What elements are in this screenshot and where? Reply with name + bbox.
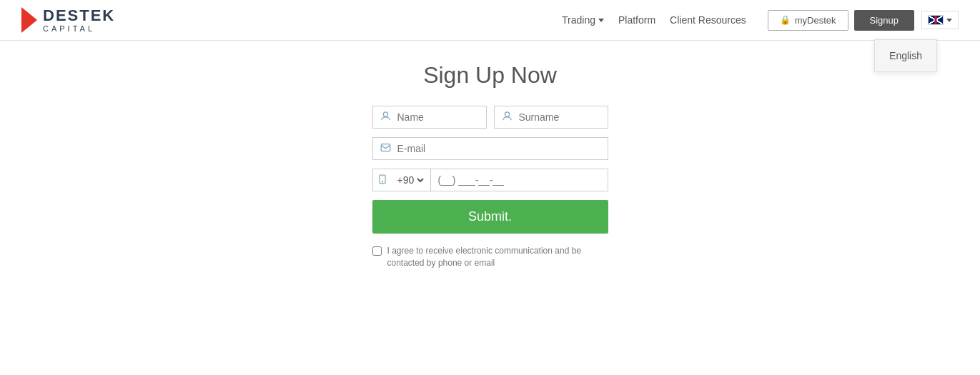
chevron-down-icon (598, 19, 604, 22)
phone-icon (377, 174, 389, 186)
name-input[interactable] (397, 111, 479, 123)
phone-row: +90 +1 +44 +49 (372, 169, 608, 191)
consent-checkbox[interactable] (372, 246, 382, 256)
svg-point-4 (382, 181, 382, 182)
consent-row: I agree to receive electronic communicat… (372, 245, 608, 269)
nav-right: Trading Platform Client Resources 🔒 myDe… (562, 10, 959, 31)
person-icon (380, 111, 392, 124)
svg-rect-2 (381, 144, 390, 151)
phone-number-input[interactable] (431, 169, 608, 191)
mydestek-button[interactable]: 🔒 myDestek (768, 10, 848, 31)
header: DESTEK CAPITAL Trading Platform Client R… (0, 0, 980, 41)
email-icon (380, 142, 392, 155)
lang-chevron-icon (946, 19, 952, 22)
email-input-wrapper (372, 137, 608, 160)
logo: DESTEK CAPITAL (21, 7, 115, 33)
name-surname-row (372, 106, 608, 129)
phone-country-wrapper: +90 +1 +44 +49 (373, 169, 431, 191)
submit-button[interactable]: Submit. (372, 200, 608, 234)
lock-icon: 🔒 (780, 15, 791, 25)
svg-point-0 (383, 112, 387, 116)
signup-form: +90 +1 +44 +49 Submit. I agree to receiv… (372, 106, 608, 269)
logo-company: DESTEK (43, 7, 115, 24)
person2-icon (502, 111, 513, 124)
svg-point-1 (505, 112, 509, 116)
language-button[interactable] (921, 11, 959, 29)
name-input-wrapper (372, 106, 487, 129)
language-dropdown: English (874, 39, 937, 72)
phone-country-select[interactable]: +90 +1 +44 +49 (395, 174, 426, 186)
logo-text: DESTEK CAPITAL (43, 7, 115, 33)
surname-input[interactable] (519, 111, 600, 123)
logo-arrow-icon (21, 7, 37, 33)
language-option-english[interactable]: English (889, 47, 922, 64)
page-title: Sign Up Now (423, 62, 557, 89)
signup-button[interactable]: Signup (854, 10, 914, 31)
email-input[interactable] (397, 143, 600, 154)
consent-label: I agree to receive electronic communicat… (387, 245, 608, 269)
logo-subtitle: CAPITAL (43, 24, 115, 33)
nav-platform[interactable]: Platform (618, 14, 655, 26)
nav-trading[interactable]: Trading (562, 14, 604, 26)
flag-uk-icon (928, 15, 944, 25)
main-content: Sign Up Now (0, 41, 980, 269)
nav-menu: Trading Platform Client Resources (562, 14, 746, 26)
surname-input-wrapper (494, 106, 608, 129)
nav-client-resources[interactable]: Client Resources (670, 14, 746, 26)
